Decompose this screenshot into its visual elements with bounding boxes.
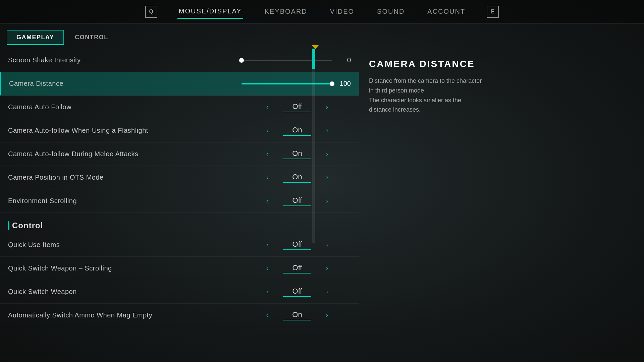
slider-value-screen-shake: 0: [337, 56, 351, 64]
label-camera-autofollow-melee: Camera Auto-follow During Melee Attacks: [8, 150, 244, 158]
row-camera-autofollow-flashlight: Camera Auto-follow When Using a Flashlig…: [0, 119, 359, 142]
toggle-right-asa[interactable]: ›: [321, 309, 333, 321]
label-screen-shake: Screen Shake Intensity: [8, 56, 241, 64]
toggle-camera-autofollow-flashlight: ‹ On ›: [244, 124, 351, 137]
slider-thumb-screen-shake[interactable]: [239, 58, 244, 63]
row-auto-switch-ammo: Automatically Switch Ammo When Mag Empty…: [0, 304, 359, 327]
label-auto-switch-ammo: Automatically Switch Ammo When Mag Empty: [8, 311, 244, 319]
slider-fill-camera-distance: [241, 83, 332, 84]
row-screen-shake: Screen Shake Intensity 0: [0, 49, 359, 72]
nav-item-video[interactable]: VIDEO: [329, 5, 356, 18]
toggle-right-camera-auto-follow[interactable]: ›: [321, 101, 333, 113]
toggle-left-qsw[interactable]: ‹: [261, 286, 274, 298]
label-quick-switch-scrolling: Quick Switch Weapon – Scrolling: [8, 264, 244, 272]
toggle-camera-auto-follow: ‹ Off ›: [244, 101, 351, 113]
toggle-right-qsw[interactable]: ›: [321, 286, 333, 298]
nav-item-keyboard[interactable]: KEYBOARD: [263, 5, 309, 18]
slider-value-camera-distance: 100: [337, 80, 351, 87]
toggle-quick-switch-weapon: ‹ Off ›: [244, 286, 351, 298]
corner-indicator: [312, 45, 319, 49]
toggle-value-asa: On: [274, 310, 321, 320]
content-area: Screen Shake Intensity 0 Camera Distance: [0, 45, 644, 362]
label-quick-use-items: Quick Use Items: [8, 241, 244, 249]
label-camera-distance: Camera Distance: [9, 80, 241, 87]
info-panel: CAMERA DISTANCE Distance from the camera…: [359, 45, 644, 362]
row-camera-distance: Camera Distance 100: [0, 72, 359, 96]
toggle-left-camera-auto-follow[interactable]: ‹: [261, 101, 274, 113]
info-description: Distance from the camera to the characte…: [369, 76, 483, 115]
slider-screen-shake[interactable]: 0: [241, 56, 351, 64]
row-camera-autofollow-melee: Camera Auto-follow During Melee Attacks …: [0, 142, 359, 166]
main-container: Q MOUSE/DISPLAY KEYBOARD VIDEO SOUND ACC…: [0, 0, 644, 362]
info-title: CAMERA DISTANCE: [369, 59, 634, 69]
nav-icon-e[interactable]: E: [487, 6, 499, 18]
scroll-indicator: [312, 49, 315, 243]
label-quick-switch-weapon: Quick Switch Weapon: [8, 288, 244, 296]
nav-item-account[interactable]: ACCOUNT: [426, 5, 467, 18]
toggle-value-qsw: Off: [274, 287, 321, 297]
section-header-control: Control: [0, 216, 359, 233]
slider-track-camera-distance: [241, 83, 332, 84]
row-environment-scrolling: Environment Scrolling ‹ Off ›: [0, 189, 359, 213]
nav-item-sound[interactable]: SOUND: [376, 5, 406, 18]
label-camera-auto-follow: Camera Auto Follow: [8, 103, 244, 111]
toggle-value-qss: Off: [274, 263, 321, 274]
scroll-thumb[interactable]: [312, 49, 315, 69]
label-camera-autofollow-flashlight: Camera Auto-follow When Using a Flashlig…: [8, 127, 244, 134]
settings-panel: Screen Shake Intensity 0 Camera Distance: [0, 45, 359, 362]
sub-tabs: GAMEPLAY CONTROL: [0, 23, 644, 45]
row-camera-position-ots: Camera Position in OTS Mode ‹ On ›: [0, 166, 359, 189]
top-nav: Q MOUSE/DISPLAY KEYBOARD VIDEO SOUND ACC…: [0, 0, 644, 23]
slider-thumb-camera-distance[interactable]: [330, 81, 334, 86]
toggle-camera-autofollow-melee: ‹ On ›: [244, 148, 351, 160]
toggle-right-melee[interactable]: ›: [321, 148, 333, 160]
row-quick-switch-weapon: Quick Switch Weapon ‹ Off ›: [0, 280, 359, 304]
toggle-right-quick-use[interactable]: ›: [321, 239, 333, 251]
slider-camera-distance[interactable]: 100: [241, 80, 351, 87]
tab-gameplay[interactable]: GAMEPLAY: [7, 30, 64, 45]
toggle-left-asa[interactable]: ‹: [261, 309, 274, 321]
toggle-right-ots[interactable]: ›: [321, 171, 333, 184]
nav-icon-q[interactable]: Q: [145, 6, 157, 18]
toggle-left-quick-use[interactable]: ‹: [261, 239, 274, 251]
slider-track-screen-shake: [241, 60, 332, 61]
row-quick-switch-scrolling: Quick Switch Weapon – Scrolling ‹ Off ›: [0, 257, 359, 280]
toggle-left-ots[interactable]: ‹: [261, 171, 274, 184]
toggle-quick-use-items: ‹ Off ›: [244, 239, 351, 251]
toggle-left-env-scroll[interactable]: ‹: [261, 195, 274, 207]
section-header-control-label: Control: [12, 221, 43, 230]
toggle-environment-scrolling: ‹ Off ›: [244, 195, 351, 207]
tab-control[interactable]: CONTROL: [65, 30, 118, 45]
toggle-left-melee[interactable]: ‹: [261, 148, 274, 160]
toggle-quick-switch-scrolling: ‹ Off ›: [244, 262, 351, 275]
toggle-auto-switch-ammo: ‹ On ›: [244, 309, 351, 321]
label-environment-scrolling: Environment Scrolling: [8, 197, 244, 205]
toggle-right-qss[interactable]: ›: [321, 262, 333, 275]
nav-item-mouse-display[interactable]: MOUSE/DISPLAY: [177, 5, 243, 19]
row-quick-use-items: Quick Use Items ‹ Off ›: [0, 233, 359, 257]
toggle-right-flashlight[interactable]: ›: [321, 124, 333, 137]
toggle-camera-position-ots: ‹ On ›: [244, 171, 351, 184]
label-camera-position-ots: Camera Position in OTS Mode: [8, 174, 244, 181]
toggle-left-flashlight[interactable]: ‹: [261, 124, 274, 137]
toggle-right-env-scroll[interactable]: ›: [321, 195, 333, 207]
toggle-left-qss[interactable]: ‹: [261, 262, 274, 275]
row-camera-auto-follow: Camera Auto Follow ‹ Off ›: [0, 96, 359, 119]
